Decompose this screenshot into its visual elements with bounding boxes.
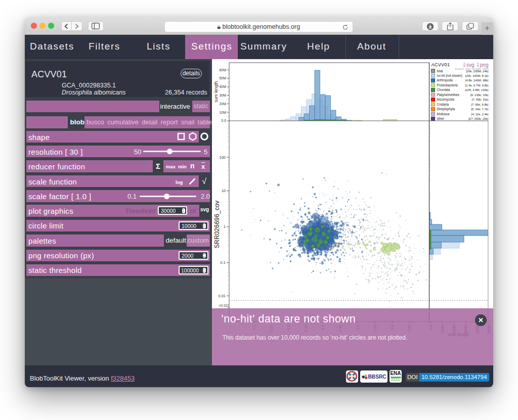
svg-text:0.01: 0.01	[218, 294, 226, 298]
svg-text:[1.4k; 6.7M; 9.8k]: [1.4k; 6.7M; 9.8k]	[465, 84, 488, 87]
svg-text:[27; 260k; 20k]: [27; 260k; 20k]	[468, 117, 489, 120]
svg-text:Streptophyta: Streptophyta	[437, 107, 455, 111]
svg-text:Platyhelminthes: Platyhelminthes	[437, 93, 459, 97]
svg-text:40M: 40M	[219, 85, 226, 88]
svg-text:10M: 10M	[219, 111, 226, 114]
svg-text:30M: 30M	[219, 94, 226, 97]
svg-text:100: 100	[219, 155, 226, 160]
svg-text:no-hit (not shown): no-hit (not shown)	[437, 74, 462, 78]
svg-text:sum length: sum length	[213, 81, 219, 102]
svg-text:Cnidaria: Cnidaria	[437, 103, 449, 106]
svg-text:Chordata: Chordata	[437, 88, 450, 91]
svg-text:total: total	[437, 69, 443, 73]
svg-text:SRR026696_cov: SRR026696_cov	[213, 200, 221, 248]
svg-text:[7; 56k; 9.8k]: [7; 56k; 9.8k]	[471, 103, 489, 106]
svg-text:[4; 11k; 2.4k]: [4; 11k; 2.4k]	[471, 113, 488, 116]
svg-text:Ascomycota: Ascomycota	[437, 98, 454, 102]
svg-text:[26k; 250M; 24k]: [26k; 250M; 24k]	[466, 70, 489, 73]
svg-text:0.1: 0.1	[220, 260, 225, 265]
svg-text:10: 10	[221, 189, 225, 193]
svg-text:Proteobacteria: Proteobacteria	[437, 83, 457, 87]
svg-text:[5; 34k; 7.7k]: [5; 34k; 7.7k]	[471, 108, 489, 111]
svg-text:50M: 50M	[219, 76, 226, 80]
svg-text:Arthropoda: Arthropoda	[437, 78, 453, 82]
svg-text:60M: 60M	[219, 68, 226, 72]
svg-text:0.0: 0.0	[221, 119, 226, 122]
svg-text:Mollusca: Mollusca	[437, 112, 449, 116]
svg-text:<0.01: <0.01	[219, 304, 228, 307]
svg-text:[4.8k; 140M; 98k]: [4.8k; 140M; 98k]	[465, 79, 488, 82]
svg-text:[9; 130k; 15k]: [9; 130k; 15k]	[470, 94, 488, 97]
svg-text:other: other	[437, 117, 444, 120]
svg-text:BBSRC: BBSRC	[368, 374, 387, 380]
svg-text:[7; 83k; 31k]: [7; 83k; 31k]	[471, 98, 488, 101]
svg-text:ACVV01: ACVV01	[431, 62, 449, 67]
svg-text:20M: 20M	[219, 102, 226, 106]
svg-text:1: 1	[223, 224, 225, 229]
svg-text:[105; 3.8M; 100k]: [105; 3.8M; 100k]	[465, 88, 489, 91]
svg-text:[20k; 100M; 8.1k]: [20k; 100M; 8.1k]	[465, 74, 488, 77]
svg-text:ENA: ENA	[390, 370, 401, 376]
